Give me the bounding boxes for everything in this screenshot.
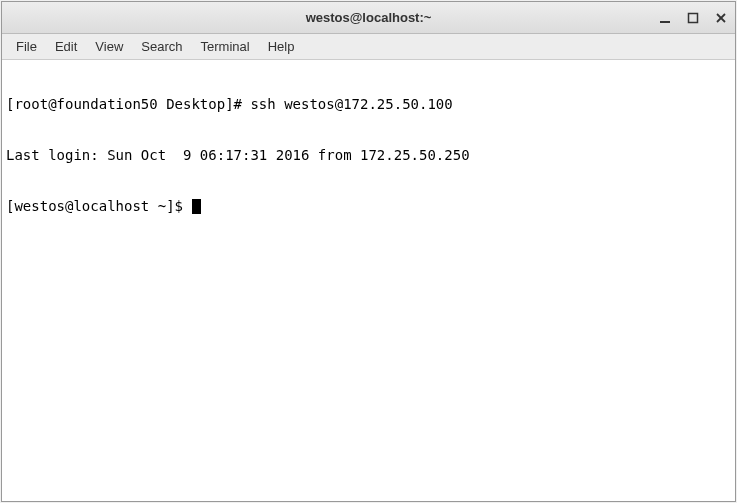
svg-rect-0 <box>660 21 670 23</box>
titlebar: westos@localhost:~ <box>2 2 735 34</box>
menu-search[interactable]: Search <box>133 36 190 57</box>
terminal-window: westos@localhost:~ File Edit Vi <box>1 1 736 502</box>
minimize-button[interactable] <box>657 10 673 26</box>
terminal-prompt-line: [westos@localhost ~]$ <box>6 198 731 215</box>
minimize-icon <box>659 12 671 24</box>
window-title: westos@localhost:~ <box>306 10 432 25</box>
maximize-button[interactable] <box>685 10 701 26</box>
menu-terminal[interactable]: Terminal <box>193 36 258 57</box>
terminal-line: [root@foundation50 Desktop]# ssh westos@… <box>6 96 731 113</box>
terminal-prompt: [westos@localhost ~]$ <box>6 198 191 215</box>
menubar: File Edit View Search Terminal Help <box>2 34 735 60</box>
menu-edit[interactable]: Edit <box>47 36 85 57</box>
menu-view[interactable]: View <box>87 36 131 57</box>
terminal-area[interactable]: [root@foundation50 Desktop]# ssh westos@… <box>2 60 735 501</box>
window-controls <box>657 10 729 26</box>
menu-help[interactable]: Help <box>260 36 303 57</box>
svg-rect-1 <box>689 13 698 22</box>
close-icon <box>715 12 727 24</box>
menu-file[interactable]: File <box>8 36 45 57</box>
maximize-icon <box>687 12 699 24</box>
terminal-line: Last login: Sun Oct 9 06:17:31 2016 from… <box>6 147 731 164</box>
cursor-icon <box>192 199 201 214</box>
close-button[interactable] <box>713 10 729 26</box>
